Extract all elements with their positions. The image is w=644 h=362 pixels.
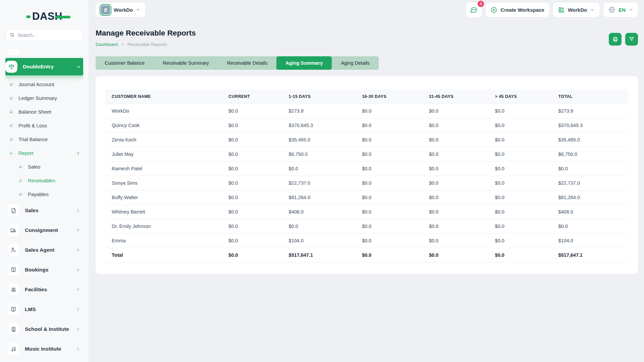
cell-customer-name: Zenia Koch <box>105 133 222 147</box>
sidebar-item-label: Facilities <box>25 287 76 293</box>
grid-plus-icon <box>558 6 565 13</box>
tab-receivable-details[interactable]: Receivable Details <box>218 56 276 70</box>
cell-amount: $0.0 <box>222 234 282 248</box>
cell-amount: $517,647.1 <box>551 248 629 262</box>
sidebar-item-report[interactable]: Report <box>5 146 83 160</box>
sidebar-search <box>5 29 83 41</box>
sidebar-item-trial-balance[interactable]: Trial Balance <box>5 132 83 146</box>
cell-amount: $104.0 <box>551 234 629 248</box>
breadcrumb-dashboard-link[interactable]: Dashboard <box>96 42 118 47</box>
bullet-icon <box>19 192 23 196</box>
sidebar-item-label: Balance Sheet <box>18 109 83 115</box>
sidebar-item-lms[interactable]: LMS <box>5 300 83 319</box>
cell-amount: $0.0 <box>422 147 488 162</box>
topbar: WorkDo 0 Create Workspace WorkDo <box>96 0 638 19</box>
workspace-selector-label: WorkDo <box>114 7 133 13</box>
cell-customer-name: Quincy Cook <box>105 118 222 133</box>
chevron-down-icon <box>629 7 633 12</box>
search-input[interactable] <box>5 29 83 41</box>
sidebar-item-sales-agent[interactable]: Sales Agent <box>5 241 83 259</box>
cell-amount: $0.0 <box>355 118 422 133</box>
cell-amount: $0.0 <box>222 162 282 176</box>
search-icon <box>9 32 15 38</box>
filter-button[interactable] <box>625 33 638 46</box>
messages-button[interactable]: 0 <box>466 3 482 17</box>
chevron-right-icon <box>76 307 80 312</box>
cell-amount: $370,645.3 <box>551 118 629 133</box>
sidebar-item-balance-sheet[interactable]: Balance Sheet <box>5 105 83 119</box>
cell-amount: $0.0 <box>355 162 422 176</box>
cell-amount: $0.0 <box>355 219 422 234</box>
cell-amount: $0.0 <box>488 219 552 234</box>
sidebar-item-receivables[interactable]: Receivables <box>5 174 83 187</box>
cell-customer-name: Dr. Emily Johnson <box>105 219 222 234</box>
sidebar-item-clipped[interactable] <box>7 49 19 55</box>
cell-amount: $0.0 <box>488 190 552 205</box>
tab-aging-summary[interactable]: Aging Summary <box>276 56 332 70</box>
globe-icon <box>608 6 615 13</box>
cell-amount: $0.0 <box>222 248 282 262</box>
language-label: EN <box>619 7 626 13</box>
workspace-switcher-label: WorkDo <box>568 7 587 13</box>
cell-amount: $370,645.3 <box>282 118 356 133</box>
filter-icon <box>629 36 635 42</box>
sidebar-item-school-institute[interactable]: School & Institute <box>5 320 83 339</box>
bullet-icon <box>9 82 14 86</box>
sidebar-item-profit-loss[interactable]: Profit & Loss <box>5 119 83 132</box>
tab-aging-details[interactable]: Aging Details <box>332 56 378 70</box>
cell-amount: $0.0 <box>422 176 488 190</box>
sidebar-item-journal-account[interactable]: Journal Account <box>5 77 83 91</box>
cell-amount: $0.0 <box>222 104 282 118</box>
topbar-actions: 0 Create Workspace WorkDo <box>466 3 638 17</box>
cell-amount: $0.0 <box>355 190 422 205</box>
cell-amount: $0.0 <box>422 248 488 262</box>
cell-amount: $0.0 <box>488 176 552 190</box>
open-book-icon <box>7 303 19 315</box>
sidebar-item-doubleentry[interactable]: DoubleEntry <box>5 58 83 75</box>
cell-amount: $273.8 <box>282 104 356 118</box>
sidebar-item-sales[interactable]: Sales <box>5 201 83 220</box>
report-card: CUSTOMER NAMECURRENT1-15 DAYS16-30 DAYS3… <box>96 76 638 274</box>
sidebar-item-label: Sales <box>25 207 76 214</box>
cell-amount: $0.0 <box>488 118 552 133</box>
table-row: Zenia Koch$0.0$35,465.0$0.0$0.0$0.0$35,4… <box>105 133 629 147</box>
sidebar-item-sales[interactable]: Sales <box>5 160 83 174</box>
create-workspace-label: Create Workspace <box>500 7 544 13</box>
printer-icon <box>612 36 619 43</box>
cell-customer-name: WorkDo <box>105 104 222 118</box>
open-book-icon <box>7 264 19 276</box>
column-header-customer-name: CUSTOMER NAME <box>105 89 222 104</box>
workspace-selector[interactable]: WorkDo <box>96 3 145 17</box>
column-header-45-days: > 45 DAYS <box>488 89 552 104</box>
cell-amount: $408.0 <box>282 205 356 219</box>
table-body: WorkDo$0.0$273.8$0.0$0.0$0.0$273.8Quincy… <box>105 104 629 262</box>
chevron-down-icon <box>590 7 595 12</box>
sidebar-item-consignment[interactable]: Consignment <box>5 221 83 240</box>
cell-amount: $0.0 <box>551 219 629 234</box>
chevron-right-icon <box>76 327 80 331</box>
print-button[interactable] <box>609 33 622 46</box>
language-selector[interactable]: EN <box>603 3 638 17</box>
tab-receivable-summary[interactable]: Receivable Summary <box>154 56 218 70</box>
cell-customer-name: Total <box>105 248 222 262</box>
table-row: Sonya Sims$0.0$22,737.0$0.0$0.0$0.0$22,7… <box>105 176 629 190</box>
messages-badge: 0 <box>478 1 484 7</box>
sidebar-item-payables[interactable]: Payables <box>5 187 83 201</box>
table-header-row: CUSTOMER NAMECURRENT1-15 DAYS16-30 DAYS3… <box>105 89 629 104</box>
sidebar-item-bookings[interactable]: Bookings <box>5 260 83 279</box>
workspace-switcher[interactable]: WorkDo <box>553 3 599 17</box>
bullet-icon <box>19 165 23 169</box>
sidebar: DASH DoubleEntryJournal AccountLedger Su… <box>0 0 89 362</box>
cell-amount: $0.0 <box>355 205 422 219</box>
tab-customer-balance[interactable]: Customer Balance <box>96 56 154 70</box>
main-area: WorkDo 0 Create Workspace WorkDo <box>89 0 644 362</box>
sidebar-item-facilities[interactable]: Facilities <box>5 280 83 299</box>
sidebar-item-ledger-summary[interactable]: Ledger Summary <box>5 91 83 105</box>
chevron-down-icon <box>136 7 141 12</box>
cell-amount: $0.0 <box>282 219 356 234</box>
column-header-16-30-days: 16-30 DAYS <box>355 89 422 104</box>
sidebar-item-music-institute[interactable]: Music Institute <box>5 340 83 358</box>
bullet-icon <box>9 151 14 155</box>
document-icon <box>7 204 19 217</box>
create-workspace-button[interactable]: Create Workspace <box>486 3 549 17</box>
